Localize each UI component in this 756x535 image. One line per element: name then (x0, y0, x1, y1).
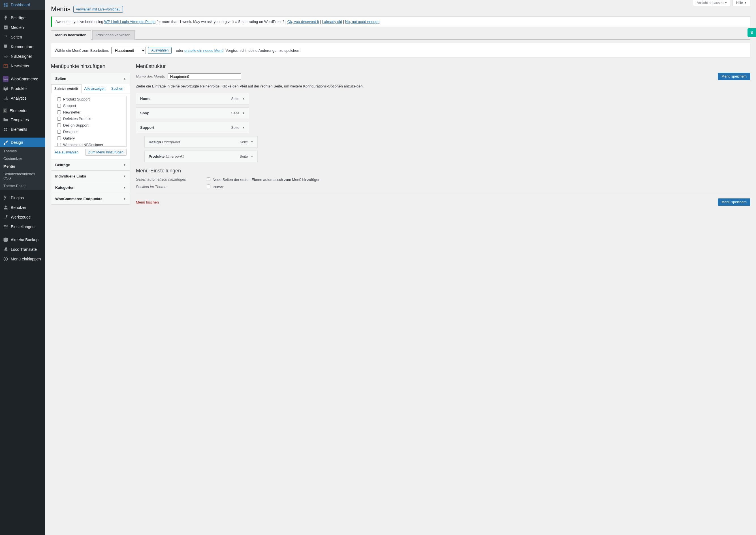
accordion-woo: WooCommerce-Endpunkte▼ (51, 193, 130, 205)
already-did-link[interactable]: I already did (322, 19, 342, 24)
plugin-link[interactable]: WP Limit Login Attempts Plugin (104, 19, 156, 24)
menu-item-shop[interactable]: ShopSeite▼ (136, 107, 249, 119)
sidebar-item-tools[interactable]: Werkzeuge (0, 212, 45, 222)
sidebar-item-akeeba[interactable]: Akeeba Backup (0, 235, 45, 244)
auto-add-text: Neue Seiten der ersten Ebene automatisch… (213, 178, 320, 182)
chevron-down-icon: ▼ (123, 186, 126, 189)
submenu-custom-css[interactable]: Benutzerdefiniertes CSS (0, 170, 45, 182)
list-item: Produkt Support (55, 96, 126, 102)
page-checkbox[interactable] (57, 143, 61, 147)
accordion-posts-toggle[interactable]: Beiträge▼ (51, 159, 130, 170)
menu-item-home[interactable]: HomeSeite▼ (136, 93, 249, 104)
sidebar-item-posts[interactable]: Beiträge (0, 13, 45, 23)
add-to-menu-button[interactable]: Zum Menü hinzufügen (85, 149, 127, 156)
acc-title: Kategorien (55, 185, 74, 190)
page-checkbox[interactable] (57, 130, 61, 134)
location-primary-checkbox[interactable] (207, 184, 210, 188)
accordion-pages-toggle[interactable]: Seiten▲ (51, 73, 130, 84)
accordion-pages: Seiten▲ Zuletzt erstellt Alle anzeigen S… (51, 73, 130, 159)
pages-tab-recent[interactable]: Zuletzt erstellt (51, 84, 81, 94)
choose-button[interactable]: Auswählen (148, 47, 172, 54)
menu-item-type: Seite (240, 140, 248, 144)
pages-tab-search[interactable]: Suchen (108, 84, 126, 93)
sidebar-item-users[interactable]: Benutzer (0, 203, 45, 212)
chevron-down-icon[interactable]: ▼ (250, 155, 253, 158)
sidebar-item-dashboard[interactable]: Dashboard (0, 0, 45, 10)
chevron-down-icon[interactable]: ▼ (242, 97, 245, 100)
sidebar-item-woocommerce[interactable]: wooWooCommerce (0, 74, 45, 84)
sidebar-item-pages[interactable]: Seiten (0, 32, 45, 42)
tab-edit-menus[interactable]: Menüs bearbeiten (51, 30, 91, 40)
sidebar-item-elements[interactable]: Elements (0, 125, 45, 134)
sidebar-label: Werkzeuge (11, 215, 31, 219)
list-item: Newsletter (55, 109, 126, 116)
sidebar-item-newsletter[interactable]: Newsletter (0, 61, 45, 71)
crown-badge[interactable]: ♛ (747, 28, 756, 37)
chevron-down-icon[interactable]: ▼ (242, 112, 245, 115)
rate-yes-link[interactable]: Ok, you deserved it (287, 19, 319, 24)
sidebar-item-loco[interactable]: Loco Translate (0, 244, 45, 254)
tab-manage-locations[interactable]: Positionen verwalten (92, 30, 135, 40)
create-menu-link[interactable]: erstelle ein neues Menü (184, 48, 223, 53)
sidebar-item-collapse[interactable]: Menü einklappen (0, 254, 45, 264)
save-menu-button-top[interactable]: Menü speichern (718, 73, 750, 80)
chevron-down-icon: ▼ (123, 163, 126, 166)
chevron-up-icon: ▲ (123, 77, 126, 80)
submenu-theme-editor[interactable]: Theme-Editor (0, 182, 45, 190)
menu-name-label: Name des Menüs (136, 74, 165, 79)
add-items-heading: Menüpunkte hinzufügen (51, 63, 130, 70)
menu-item-subtitle: Unterpunkt (166, 154, 184, 158)
sidebar-label: Plugins (11, 196, 24, 200)
menu-item-support[interactable]: SupportSeite▼ (136, 122, 249, 133)
chevron-down-icon[interactable]: ▼ (250, 140, 253, 144)
chevron-down-icon: ▼ (725, 1, 727, 4)
sidebar-item-templates[interactable]: Templates (0, 115, 45, 125)
sidebar-item-nbdesigner[interactable]: nbNBDesigner (0, 51, 45, 61)
box-icon (3, 86, 9, 92)
accordion-links-toggle[interactable]: Individuelle Links▼ (51, 171, 130, 182)
menu-item-title: Design (149, 140, 161, 144)
separator: | (319, 19, 322, 24)
page-checkbox[interactable] (57, 104, 61, 108)
pages-tab-all[interactable]: Alle anzeigen (81, 84, 108, 93)
comment-icon (3, 44, 9, 49)
page-checkbox[interactable] (57, 136, 61, 140)
svg-point-0 (4, 257, 8, 261)
help-button[interactable]: Hilfe▼ (733, 0, 750, 6)
menu-item-produkte[interactable]: ProdukteUnterpunktSeite▼ (144, 151, 258, 162)
drag-instructions: Ziehe die Einträge in deine bevorzugte R… (136, 84, 750, 88)
sidebar-item-comments[interactable]: Kommentare (0, 42, 45, 51)
save-menu-button-bottom[interactable]: Menü speichern (718, 198, 750, 206)
page-checkbox[interactable] (57, 117, 61, 121)
sidebar-item-settings[interactable]: Einstellungen (0, 222, 45, 232)
menu-select[interactable]: Hauptmenü (111, 47, 146, 54)
menu-item-design[interactable]: DesignUnterpunktSeite▼ (144, 136, 258, 148)
delete-menu-link[interactable]: Menü löschen (136, 200, 159, 204)
sidebar-item-analytics[interactable]: Analytics (0, 94, 45, 103)
sidebar-label: Benutzer (11, 205, 27, 210)
not-good-link[interactable]: No, not good enough (345, 19, 379, 24)
page-checkbox[interactable] (57, 98, 61, 101)
sidebar-item-elementor[interactable]: EElementor (0, 106, 45, 115)
sidebar-item-media[interactable]: Medien (0, 23, 45, 32)
menu-name-input[interactable] (168, 73, 241, 80)
page-checkbox-list[interactable]: Produkt Support Support Newsletter Defek… (55, 96, 127, 147)
page-checkbox[interactable] (57, 110, 61, 114)
accordion-categories-toggle[interactable]: Kategorien▼ (51, 182, 130, 193)
auto-add-checkbox[interactable] (207, 177, 210, 181)
screen-options-button[interactable]: Ansicht anpassen▼ (693, 0, 731, 6)
sidebar-item-plugins[interactable]: Plugins (0, 193, 45, 203)
submenu-menus[interactable]: Menüs (0, 162, 45, 170)
submenu-themes[interactable]: Themes (0, 147, 45, 155)
sidebar-item-products[interactable]: Produkte (0, 84, 45, 94)
page-label: Produkt Support (63, 97, 90, 101)
sidebar-item-design[interactable]: Design (0, 138, 45, 147)
elementor-icon: E (3, 108, 7, 113)
chevron-down-icon[interactable]: ▼ (242, 126, 245, 129)
select-all-link[interactable]: Alle auswählen (55, 150, 78, 154)
live-preview-link[interactable]: Verwalten mit Live-Vorschau (73, 6, 123, 13)
sidebar-label: Design (11, 140, 23, 145)
submenu-customizer[interactable]: Customizer (0, 155, 45, 162)
accordion-woo-toggle[interactable]: WooCommerce-Endpunkte▼ (51, 193, 130, 204)
page-checkbox[interactable] (57, 124, 61, 127)
